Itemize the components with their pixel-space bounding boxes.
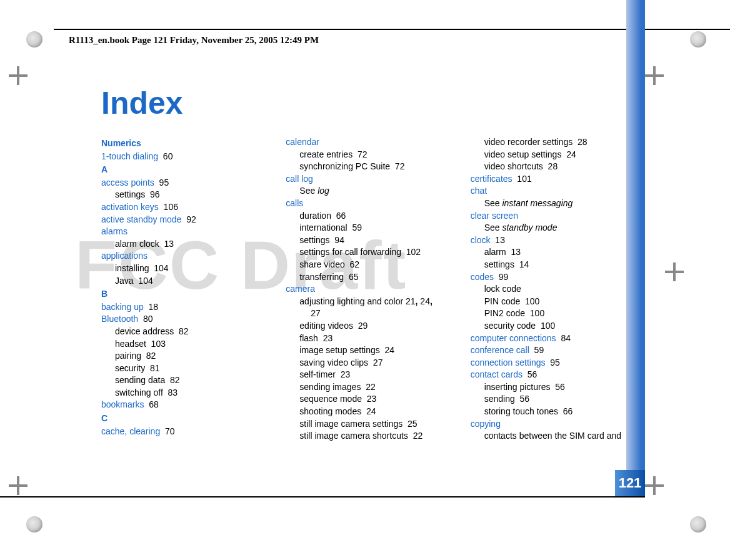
index-see-label: See <box>299 186 318 196</box>
index-subentry: self-timer 23 <box>286 369 460 381</box>
index-subentry: create entries 72 <box>286 149 460 161</box>
index-entry: clock 13 <box>471 234 645 247</box>
index-subentry: image setup settings 24 <box>286 344 460 357</box>
index-subterm: security <box>115 363 145 373</box>
index-entry: camera <box>286 283 460 296</box>
crop-mark-icon <box>9 66 28 85</box>
index-entry: access points 95 <box>101 177 276 189</box>
index-term: conference call <box>471 345 529 355</box>
index-entry: codes 99 <box>471 271 645 284</box>
index-see-target: standby mode <box>502 222 557 232</box>
index-page-ref: 18 <box>149 302 159 312</box>
index-subterm: pairing <box>115 351 141 361</box>
index-page-ref: 24 <box>385 345 395 355</box>
index-term: access points <box>101 178 154 188</box>
index-entry: call log <box>286 173 460 186</box>
index-see-reference: See instant messaging <box>471 198 645 210</box>
index-subterm: alarm <box>484 247 506 257</box>
index-page-ref: 72 <box>395 161 405 171</box>
index-entry: backing up 18 <box>101 301 276 314</box>
index-entry: chat <box>471 185 645 198</box>
index-subentry-continuation: 27 <box>286 308 460 320</box>
index-page-ref: 70 <box>165 426 175 436</box>
index-term: call log <box>286 174 313 184</box>
index-subentry: Java 104 <box>101 275 276 288</box>
index-page-ref: 27 <box>311 308 321 318</box>
index-page-ref: 21 <box>406 296 416 306</box>
index-see-label: See <box>484 198 502 208</box>
crop-mark-icon <box>645 66 664 85</box>
index-entry: certificates 101 <box>471 173 645 186</box>
index-subentry: duration 66 <box>286 210 460 222</box>
index-subentry: alarm clock 13 <box>101 238 276 251</box>
index-page-ref: 27 <box>373 358 383 368</box>
crop-mark-icon <box>9 476 28 495</box>
index-page-ref: 60 <box>163 151 173 161</box>
index-subentry: shooting modes 24 <box>286 406 460 418</box>
index-subterm: switching off <box>115 388 163 398</box>
index-page-ref: 100 <box>525 296 539 306</box>
index-page-ref: 23 <box>367 394 377 404</box>
index-page-ref: 100 <box>530 308 544 318</box>
index-subterm: device address <box>115 326 174 336</box>
index-subterm: alarm clock <box>115 239 159 249</box>
index-term: contact cards <box>471 369 522 379</box>
index-term: active standby mode <box>101 214 181 224</box>
index-subentry: settings 14 <box>471 259 645 271</box>
binder-ring-icon <box>26 31 42 48</box>
index-term: calls <box>286 198 303 208</box>
index-subentry: still image camera settings 25 <box>286 418 460 431</box>
index-subterm: duration <box>299 211 331 221</box>
index-section-heading: C <box>101 412 276 425</box>
index-page-ref: 68 <box>149 399 159 409</box>
index-subterm: shooting modes <box>299 406 361 416</box>
index-subterm: flash <box>299 333 318 343</box>
index-entry: clear screen <box>471 210 645 222</box>
index-subterm: video setup settings <box>484 149 562 159</box>
index-subentry: installing 104 <box>101 262 276 275</box>
binder-ring-icon <box>690 516 706 532</box>
index-subentry: synchronizing PC Suite 72 <box>286 161 460 173</box>
index-subterm: headset <box>115 339 146 349</box>
running-header: R1113_en.book Page 121 Friday, November … <box>69 35 319 46</box>
index-section-heading: Numerics <box>101 138 276 150</box>
binder-ring-icon <box>26 516 42 532</box>
index-entry: calls <box>286 198 460 210</box>
index-page-ref: 94 <box>334 235 344 245</box>
index-subentry: switching off 83 <box>101 387 276 399</box>
index-subentry: video setup settings 24 <box>471 149 645 161</box>
index-subentry: pairing 82 <box>101 350 276 362</box>
index-page-ref: 103 <box>151 339 166 349</box>
index-entry: activation keys 106 <box>101 201 276 214</box>
index-subterm: adjusting lighting and color <box>299 296 403 306</box>
index-page-ref: 101 <box>517 174 531 184</box>
index-subentry: sequence mode 23 <box>286 393 460 406</box>
binder-ring-icon <box>690 31 706 48</box>
index-subentry: lock code <box>471 283 645 296</box>
index-subentry: settings for call forwarding 102 <box>286 246 460 259</box>
index-page-ref: 25 <box>408 419 418 429</box>
index-subentry: saving video clips 27 <box>286 357 460 369</box>
index-subterm: sequence mode <box>299 394 362 404</box>
index-see-reference: See standby mode <box>471 222 645 234</box>
index-subterm: video shortcuts <box>484 161 543 171</box>
index-subterm: lock code <box>484 284 521 294</box>
index-page-ref: 29 <box>358 321 368 331</box>
index-page-ref: 95 <box>550 358 560 368</box>
index-page-ref: 95 <box>159 178 169 188</box>
crop-mark-icon <box>665 262 684 281</box>
index-subterm: synchronizing PC Suite <box>299 161 390 171</box>
index-entry: Bluetooth 80 <box>101 313 276 326</box>
index-subterm: settings <box>484 259 514 269</box>
index-subterm: security code <box>484 321 536 331</box>
index-subentry: contacts between the SIM card and <box>471 430 645 442</box>
index-page-ref: 59 <box>352 222 362 232</box>
index-term: connection settings <box>471 358 546 368</box>
index-subterm: inserting pictures <box>484 382 551 392</box>
index-subentry: alarm 13 <box>471 246 645 259</box>
index-term: computer connections <box>471 333 556 343</box>
page-title: Index <box>101 85 645 121</box>
index-term: certificates <box>471 174 512 184</box>
index-term: chat <box>471 186 487 196</box>
index-subentry: headset 103 <box>101 338 276 351</box>
